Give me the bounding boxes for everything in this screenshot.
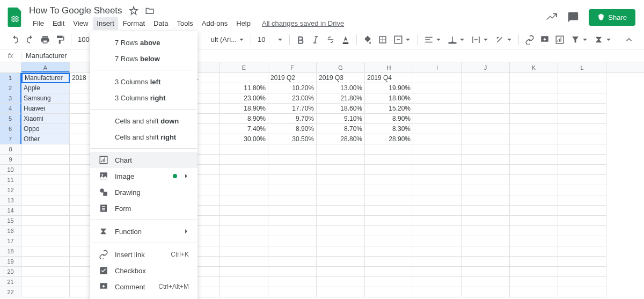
cell[interactable] (413, 257, 462, 267)
text-color-button[interactable] (339, 33, 352, 46)
cell[interactable] (268, 287, 317, 297)
cell[interactable] (365, 144, 413, 155)
col-header-E[interactable]: E (220, 62, 268, 72)
cell[interactable] (413, 93, 462, 104)
cell[interactable] (510, 73, 558, 83)
menu-addons[interactable]: Add-ons (198, 17, 231, 30)
select-all-corner[interactable] (0, 62, 21, 72)
cell[interactable] (558, 134, 606, 144)
cell[interactable] (462, 287, 510, 297)
cell[interactable] (558, 144, 606, 155)
insert-comment[interactable]: CommentCtrl+Alt+M (90, 279, 197, 295)
cell[interactable] (558, 257, 606, 267)
insert-comment-button[interactable] (538, 33, 551, 46)
cell[interactable] (220, 287, 268, 297)
cell[interactable] (462, 216, 510, 226)
cell[interactable]: 11.80% (220, 83, 268, 93)
cell[interactable] (365, 155, 413, 165)
cell[interactable]: 8.90% (220, 114, 268, 124)
cell[interactable] (510, 185, 558, 195)
cell[interactable] (510, 267, 558, 277)
cell[interactable] (558, 277, 606, 287)
fontsize-dropdown[interactable]: 10 (255, 35, 284, 43)
cell[interactable]: 9.70% (268, 114, 317, 124)
insert-cols-right[interactable]: 3 Columns right (90, 90, 197, 106)
cell[interactable] (220, 216, 268, 226)
paint-format-button[interactable] (54, 33, 67, 46)
cell[interactable] (365, 195, 413, 206)
undo-button[interactable] (9, 33, 21, 46)
row-number[interactable]: 15 (0, 216, 21, 226)
cell[interactable] (21, 175, 70, 185)
cell[interactable] (268, 175, 317, 185)
col-header-A[interactable]: A (21, 62, 70, 72)
cell[interactable] (413, 175, 462, 185)
cell[interactable]: 28.80% (317, 134, 365, 144)
insert-cols-left[interactable]: 3 Columns left (90, 74, 197, 90)
cell[interactable] (268, 185, 317, 195)
cell[interactable]: 18.90% (220, 104, 268, 114)
col-header-K[interactable]: K (510, 62, 558, 72)
cell[interactable]: 30.00% (220, 134, 268, 144)
cell[interactable] (558, 155, 606, 165)
col-header-J[interactable]: J (462, 62, 510, 72)
cell[interactable]: Other (21, 134, 70, 144)
cell[interactable] (413, 226, 462, 236)
cell[interactable]: 2019 Q2 (268, 73, 317, 83)
cell[interactable] (510, 236, 558, 246)
cell[interactable] (268, 267, 317, 277)
cell[interactable] (21, 216, 70, 226)
cell[interactable] (510, 104, 558, 114)
cell[interactable] (462, 257, 510, 267)
cell[interactable] (365, 226, 413, 236)
cell[interactable] (220, 226, 268, 236)
row-number[interactable]: 8 (0, 144, 21, 155)
cell[interactable]: 23.00% (268, 93, 317, 104)
strikethrough-button[interactable] (324, 33, 337, 46)
cell[interactable] (462, 73, 510, 83)
cell[interactable] (558, 104, 606, 114)
cell[interactable]: 28.90% (365, 134, 413, 144)
cell[interactable]: 23.00% (220, 93, 268, 104)
fill-color-button[interactable] (361, 33, 374, 46)
cell[interactable] (220, 277, 268, 287)
cell[interactable]: 2019 Q3 (317, 73, 365, 83)
col-header-I[interactable]: I (413, 62, 462, 72)
halign-button[interactable] (422, 35, 443, 45)
insert-form[interactable]: Form (90, 200, 197, 216)
menu-file[interactable]: File (29, 17, 48, 30)
row-number[interactable]: 17 (0, 236, 21, 246)
font-dropdown[interactable]: ult (Ari... (209, 35, 246, 43)
cell[interactable] (317, 287, 365, 297)
cell[interactable] (21, 144, 70, 155)
cell[interactable] (220, 195, 268, 206)
cell[interactable] (413, 155, 462, 165)
cell[interactable] (21, 185, 70, 195)
row-number[interactable]: 12 (0, 185, 21, 195)
cell[interactable] (558, 246, 606, 257)
cell[interactable]: 2019 Q4 (365, 73, 413, 83)
cell[interactable] (413, 134, 462, 144)
insert-note[interactable]: NoteShift+F2 (90, 295, 197, 299)
insert-drawing[interactable]: Drawing (90, 184, 197, 200)
doc-title[interactable]: How To Google Sheets (29, 5, 122, 16)
row-number[interactable]: 9 (0, 155, 21, 165)
sheets-logo[interactable] (6, 6, 24, 28)
cell[interactable] (462, 277, 510, 287)
row-number[interactable]: 22 (0, 287, 21, 297)
cell[interactable] (462, 226, 510, 236)
cell[interactable] (21, 226, 70, 236)
cell[interactable]: 7.40% (220, 124, 268, 134)
cell[interactable] (317, 165, 365, 175)
cell[interactable] (413, 236, 462, 246)
cell[interactable] (462, 124, 510, 134)
cell[interactable] (365, 185, 413, 195)
cell[interactable]: 30.50% (268, 134, 317, 144)
menu-insert[interactable]: Insert (93, 17, 118, 30)
cell[interactable] (220, 185, 268, 195)
menu-tools[interactable]: Tools (173, 17, 196, 30)
insert-rows-below[interactable]: 7 Rows below (90, 50, 197, 67)
row-number[interactable]: 1 (0, 73, 21, 83)
row-number[interactable]: 7 (0, 134, 21, 144)
row-number[interactable]: 3 (0, 93, 21, 104)
